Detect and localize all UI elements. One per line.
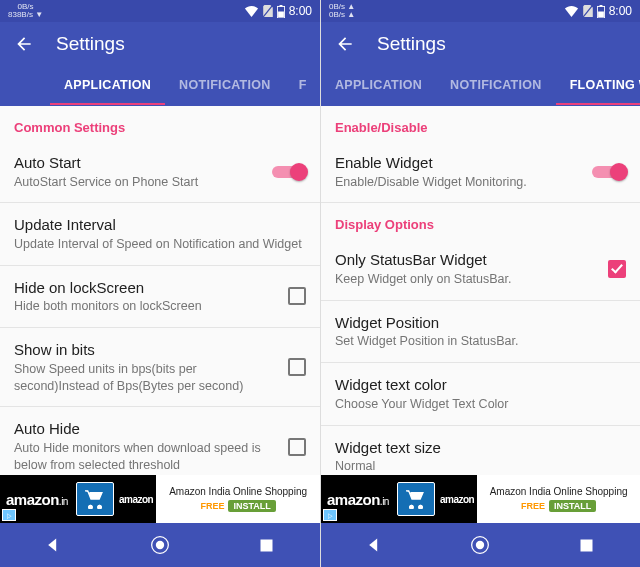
back-icon[interactable] <box>14 34 34 54</box>
setting-hide-lockscreen[interactable]: Hide on lockScreenHide both monitors on … <box>0 266 320 328</box>
svg-point-4 <box>98 505 101 508</box>
setting-auto-hide[interactable]: Auto HideAuto Hide monitors when downloa… <box>0 407 320 485</box>
ad-banner[interactable]: ▷ amazon.in amazon Amazon India Online S… <box>0 475 320 523</box>
toggle-switch[interactable] <box>272 163 306 181</box>
install-button[interactable]: INSTALL <box>549 500 596 512</box>
svg-point-11 <box>410 505 413 508</box>
svg-point-3 <box>89 505 92 508</box>
section-header: Enable/Disable <box>321 106 640 141</box>
checkbox[interactable] <box>288 358 306 376</box>
svg-rect-1 <box>279 5 282 6</box>
svg-rect-2 <box>278 11 284 17</box>
battery-icon <box>277 5 285 18</box>
tab-floating-widget[interactable]: FL <box>285 65 307 105</box>
setting-enable-widget[interactable]: Enable WidgetEnable/Disable Widget Monit… <box>321 141 640 203</box>
page-title: Settings <box>377 33 446 55</box>
nav-back-icon[interactable] <box>363 534 385 556</box>
ad-choices-icon[interactable]: ▷ <box>323 509 337 521</box>
nav-bar <box>0 523 320 567</box>
tab-bar: APPLICATION NOTIFICATION FLOATING WIDGET <box>321 66 640 106</box>
ad-cta[interactable]: Amazon India Online Shopping FREEINSTALL <box>156 475 320 523</box>
svg-point-12 <box>419 505 422 508</box>
ad-choices-icon[interactable]: ▷ <box>2 509 16 521</box>
app-bar: Settings <box>321 22 640 66</box>
settings-list: Enable/Disable Enable WidgetEnable/Disab… <box>321 106 640 523</box>
tab-application[interactable]: APPLICATION <box>50 65 165 105</box>
nav-recent-icon[interactable] <box>256 534 278 556</box>
tab-bar: APPLICATION NOTIFICATION FL <box>0 66 320 106</box>
nav-home-icon[interactable] <box>149 534 171 556</box>
tab-notification[interactable]: NOTIFICATION <box>436 65 556 105</box>
cart-icon <box>76 482 114 516</box>
wifi-icon <box>564 5 579 17</box>
nav-bar <box>321 523 640 567</box>
svg-rect-10 <box>598 11 604 17</box>
ad-brand: amazon <box>437 494 477 505</box>
status-bar: 0B/s ▲0B/s ▲ 8:00 <box>321 0 640 22</box>
phone-left: 0B/s838B/s ▼ 8:00 Settings APPLICATION N… <box>0 0 320 567</box>
tab-floating-widget[interactable]: FLOATING WIDGET <box>556 65 640 105</box>
ad-banner[interactable]: ▷ amazon.in amazon Amazon India Online S… <box>321 475 640 523</box>
section-header: Common Settings <box>0 106 320 141</box>
status-bar: 0B/s838B/s ▼ 8:00 <box>0 0 320 22</box>
ad-brand: amazon.in <box>0 491 74 508</box>
cart-icon <box>397 482 435 516</box>
ad-brand: amazon <box>116 494 156 505</box>
svg-rect-9 <box>599 5 602 6</box>
status-net: 0B/s838B/s ▼ <box>8 3 43 19</box>
svg-rect-15 <box>581 539 593 551</box>
checkbox[interactable] <box>288 438 306 456</box>
setting-only-statusbar[interactable]: Only StatusBar WidgetKeep Widget only on… <box>321 238 640 300</box>
tab-application[interactable]: APPLICATION <box>321 65 436 105</box>
setting-show-bits[interactable]: Show in bitsShow Speed units in bps(bits… <box>0 328 320 407</box>
status-time: 8:00 <box>609 4 632 18</box>
settings-list: Common Settings Auto StartAutoStart Serv… <box>0 106 320 523</box>
wifi-icon <box>244 5 259 17</box>
section-header: Display Options <box>321 203 640 238</box>
back-icon[interactable] <box>335 34 355 54</box>
nav-home-icon[interactable] <box>469 534 491 556</box>
phone-right: 0B/s ▲0B/s ▲ 8:00 Settings APPLICATION N… <box>320 0 640 567</box>
svg-rect-7 <box>261 539 273 551</box>
setting-widget-position[interactable]: Widget PositionSet Widget Position in St… <box>321 301 640 363</box>
install-button[interactable]: INSTALL <box>228 500 275 512</box>
status-net: 0B/s ▲0B/s ▲ <box>329 3 355 19</box>
ad-cta[interactable]: Amazon India Online Shopping FREEINSTALL <box>477 475 640 523</box>
setting-update-interval[interactable]: Update IntervalUpdate Interval of Speed … <box>0 203 320 265</box>
battery-icon <box>597 5 605 18</box>
toggle-switch[interactable] <box>592 163 626 181</box>
page-title: Settings <box>56 33 125 55</box>
nav-recent-icon[interactable] <box>576 534 598 556</box>
no-sim-icon <box>263 5 273 17</box>
status-time: 8:00 <box>289 4 312 18</box>
app-bar: Settings <box>0 22 320 66</box>
tab-notification[interactable]: NOTIFICATION <box>165 65 285 105</box>
checkbox[interactable] <box>288 287 306 305</box>
checkbox[interactable] <box>608 260 626 278</box>
no-sim-icon <box>583 5 593 17</box>
nav-back-icon[interactable] <box>42 534 64 556</box>
svg-point-6 <box>156 541 164 549</box>
setting-auto-start[interactable]: Auto StartAutoStart Service on Phone Sta… <box>0 141 320 203</box>
ad-brand: amazon.in <box>321 491 395 508</box>
svg-point-14 <box>476 541 484 549</box>
setting-widget-text-color[interactable]: Widget text colorChoose Your Widget Text… <box>321 363 640 425</box>
